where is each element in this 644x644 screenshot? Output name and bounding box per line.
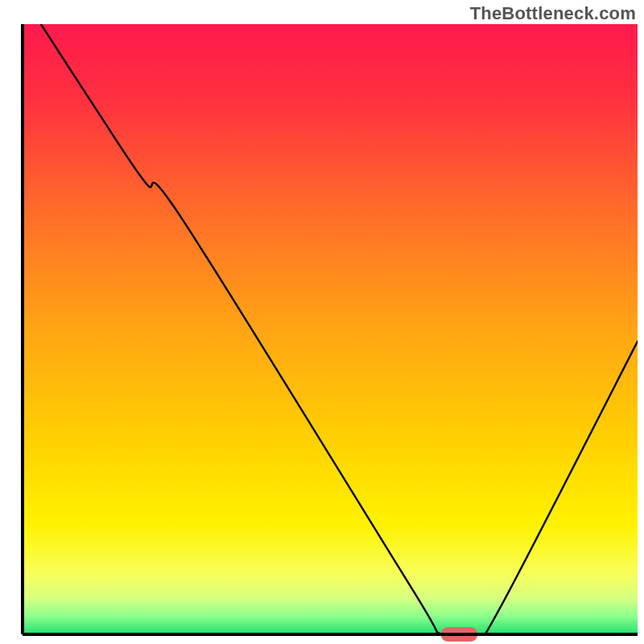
bottleneck-chart [0,0,644,644]
gradient-background [23,24,638,634]
chart-container: { "watermark": "TheBottleneck.com", "cha… [0,0,644,644]
plot-area [23,24,638,642]
